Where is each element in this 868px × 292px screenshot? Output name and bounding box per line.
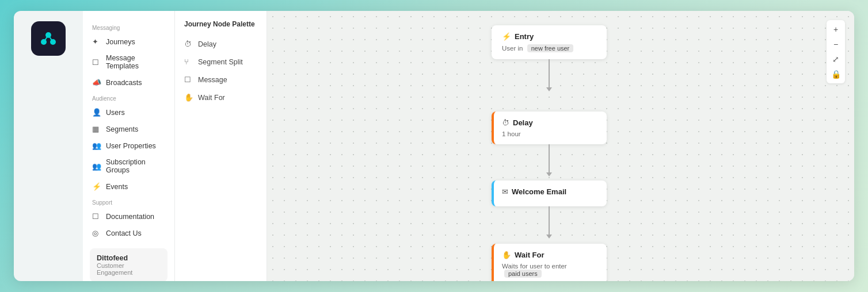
logo-area	[14, 11, 83, 281]
segments-icon: ▦	[92, 125, 101, 133]
palette-item-wait-for[interactable]: ✋ Wait For	[175, 89, 267, 106]
delay-node-wrapper: ⏱ Delay 1 hour	[492, 112, 607, 173]
palette-item-segment-split[interactable]: ⑂ Segment Split	[175, 53, 267, 71]
wait-for-node-tag: paid users	[504, 270, 542, 278]
delay-node[interactable]: ⏱ Delay 1 hour	[492, 112, 607, 144]
sidebar-section-support: Support ☐ Documentation ◎ Contact Us	[83, 195, 174, 241]
welcome-email-node[interactable]: ✉ Welcome Email	[492, 180, 607, 206]
section-label-messaging: Messaging	[83, 20, 174, 33]
wait-for-palette-icon: ✋	[184, 93, 193, 102]
arrow-message-to-waitfor	[549, 206, 550, 235]
zoom-in-button[interactable]: +	[829, 22, 843, 36]
workspace-subtitle: Customer Engagement	[97, 262, 161, 276]
palette-title: Journey Node Palette	[175, 20, 267, 35]
segment-split-palette-icon: ⑂	[184, 57, 193, 66]
sidebar-item-contact-us[interactable]: ◎ Contact Us	[83, 225, 174, 241]
palette-item-delay[interactable]: ⏱ Delay	[175, 35, 267, 53]
welcome-email-node-title: Welcome Email	[512, 187, 566, 196]
app-container: Messaging ✦ Journeys ☐ Message Templates…	[14, 11, 854, 281]
message-templates-icon: ☐	[92, 58, 101, 67]
section-label-support: Support	[83, 195, 174, 208]
lock-button[interactable]: 🔒	[829, 67, 843, 81]
delay-node-title: Delay	[513, 118, 533, 127]
arrow-delay-to-message	[549, 144, 550, 173]
entry-node-subtitle: User in new free user	[502, 44, 599, 52]
sidebar-item-message-templates[interactable]: ☐ Message Templates	[83, 50, 174, 74]
workspace-name: Dittofeed	[97, 254, 161, 262]
sidebar-section-messaging: Messaging ✦ Journeys ☐ Message Templates…	[83, 20, 174, 91]
workspace-card[interactable]: Dittofeed Customer Engagement	[90, 248, 167, 281]
sidebar-item-documentation[interactable]: ☐ Documentation	[83, 208, 174, 225]
zoom-out-button[interactable]: −	[829, 37, 843, 51]
palette-item-message[interactable]: ☐ Message	[175, 71, 267, 89]
entry-node-title: Entry	[515, 32, 534, 41]
zoom-fit-button[interactable]: ⤢	[829, 52, 843, 66]
events-icon: ⚡	[92, 182, 101, 191]
sidebar-item-user-properties[interactable]: 👥 User Properties	[83, 137, 174, 154]
sidebar-item-broadcasts[interactable]: 📣 Broadcasts	[83, 74, 174, 91]
wait-for-node-title: Wait For	[515, 251, 545, 259]
entry-node-wrapper: ⚡ Entry User in new free user	[492, 25, 607, 88]
entry-node-tag: new free user	[527, 44, 574, 52]
user-properties-icon: 👥	[92, 141, 101, 150]
users-icon: 👤	[92, 108, 101, 117]
delay-node-subtitle: 1 hour	[502, 130, 599, 137]
sidebar-item-subscription-groups[interactable]: 👥 Subscription Groups	[83, 154, 174, 178]
wait-for-node-subtitle: Waits for user to enter paid users	[502, 263, 599, 278]
sidebar-section-audience: Audience 👤 Users ▦ Segments 👥 User Prope…	[83, 91, 174, 195]
sidebar: Messaging ✦ Journeys ☐ Message Templates…	[83, 11, 175, 281]
entry-node[interactable]: ⚡ Entry User in new free user	[492, 25, 607, 59]
subscription-groups-icon: 👥	[92, 162, 101, 171]
sidebar-item-journeys[interactable]: ✦ Journeys	[83, 33, 174, 50]
wait-for-node-wrapper: ✋ Wait For Waits for user to enter paid …	[492, 244, 607, 281]
contact-icon: ◎	[92, 229, 101, 237]
welcome-email-node-wrapper: ✉ Welcome Email	[492, 180, 607, 235]
welcome-email-node-icon: ✉	[502, 187, 508, 196]
arrow-entry-to-delay	[549, 59, 550, 88]
journeys-icon: ✦	[92, 37, 101, 46]
sidebar-item-events[interactable]: ⚡ Events	[83, 178, 174, 195]
canvas[interactable]: + − ⤢ 🔒 ⚡ Entry User in new free user	[267, 11, 854, 281]
sidebar-item-segments[interactable]: ▦ Segments	[83, 121, 174, 137]
documentation-icon: ☐	[92, 212, 101, 221]
message-palette-icon: ☐	[184, 75, 193, 84]
zoom-controls: + − ⤢ 🔒	[827, 20, 845, 83]
broadcasts-icon: 📣	[92, 78, 101, 87]
logo	[31, 21, 66, 56]
delay-node-icon: ⏱	[502, 118, 509, 127]
entry-node-icon: ⚡	[502, 32, 511, 41]
delay-palette-icon: ⏱	[184, 40, 193, 48]
section-label-audience: Audience	[83, 91, 174, 104]
wait-for-node[interactable]: ✋ Wait For Waits for user to enter paid …	[492, 244, 607, 281]
wait-for-node-icon: ✋	[502, 251, 511, 259]
sidebar-item-users[interactable]: 👤 Users	[83, 104, 174, 121]
workspace-area: Dittofeed Customer Engagement	[83, 241, 174, 281]
node-palette: Journey Node Palette ⏱ Delay ⑂ Segment S…	[175, 11, 267, 281]
